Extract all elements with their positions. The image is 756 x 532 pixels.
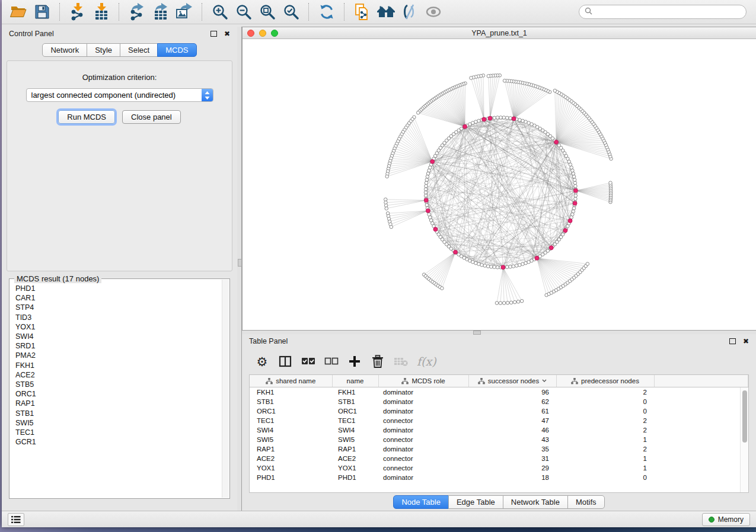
run-mcds-button[interactable]: Run MCDS <box>58 110 115 124</box>
mcds-result-item[interactable]: SWI4 <box>15 332 221 341</box>
table-row[interactable]: YOX1YOX1connector291 <box>250 463 748 473</box>
zoom-selected-icon[interactable] <box>279 2 303 22</box>
function-builder-icon: f(x) <box>417 353 436 370</box>
network-canvas[interactable] <box>243 39 756 330</box>
maximize-window-icon[interactable] <box>271 30 278 37</box>
deselect-all-icon[interactable] <box>324 353 339 370</box>
table-scrollbar-thumb[interactable] <box>742 390 747 443</box>
tab-network-table[interactable]: Network Table <box>503 495 568 509</box>
table-row[interactable]: TEC1TEC1connector472 <box>250 416 748 425</box>
mcds-result-item[interactable]: FKH1 <box>15 361 221 370</box>
table-settings-icon[interactable]: ⚙ <box>255 353 269 370</box>
column-header-successor-nodes[interactable]: successor nodes <box>468 375 556 387</box>
result-scrollbar-track[interactable] <box>222 280 229 498</box>
list-icon <box>11 516 21 523</box>
close-panel-button[interactable]: Close panel <box>122 110 181 124</box>
save-session-icon[interactable] <box>30 2 54 22</box>
memory-button[interactable]: Memory <box>702 513 750 526</box>
column-header-name[interactable]: name <box>332 375 378 387</box>
search-input[interactable] <box>596 7 741 17</box>
tab-node-table[interactable]: Node Table <box>393 495 449 509</box>
node-table: shared namenameMCDS rolesuccessor nodesp… <box>249 374 749 493</box>
float-table-panel-icon[interactable] <box>729 338 736 344</box>
toolbar-separator <box>308 3 310 21</box>
delete-column-icon[interactable] <box>371 353 385 370</box>
column-header-mcds-role[interactable]: MCDS role <box>378 375 468 387</box>
table-row[interactable]: FKH1FKH1dominator962 <box>250 387 748 398</box>
export-network-icon[interactable] <box>125 2 149 22</box>
table-row[interactable]: PHD1PHD1dominator180 <box>250 473 748 482</box>
tab-style[interactable]: Style <box>87 43 120 57</box>
mcds-result-item[interactable]: YOX1 <box>15 322 221 332</box>
export-image-icon[interactable] <box>173 2 196 22</box>
birds-eye-view-icon[interactable] <box>422 2 445 22</box>
control-panel-title: Control Panel <box>9 30 54 38</box>
add-column-icon[interactable] <box>347 353 362 370</box>
import-table-icon[interactable] <box>90 2 113 22</box>
close-window-icon[interactable] <box>247 30 254 37</box>
float-panel-icon[interactable] <box>210 31 217 37</box>
mcds-result-item[interactable]: TID3 <box>15 313 221 322</box>
mcds-result-item[interactable]: PMA2 <box>15 351 221 360</box>
mcds-result-item[interactable]: ORC1 <box>15 389 221 399</box>
tab-network[interactable]: Network <box>42 43 87 57</box>
status-bar: Memory <box>2 511 756 527</box>
criterion-dropdown[interactable]: largest connected component (undirected) <box>26 88 213 102</box>
minimize-window-icon[interactable] <box>259 30 266 37</box>
table-row[interactable]: SWI4SWI4dominator462 <box>250 425 748 435</box>
mcds-result-item[interactable]: GCR1 <box>15 437 221 447</box>
refresh-layout-icon[interactable] <box>315 2 339 22</box>
table-row[interactable]: SWI5SWI5connector431 <box>250 435 748 444</box>
table-row[interactable]: ORC1ORC1dominator610 <box>250 406 748 416</box>
search-box[interactable] <box>579 5 747 19</box>
network-graph <box>243 39 756 330</box>
clone-network-icon[interactable] <box>350 2 374 22</box>
mcds-result-item[interactable]: RAP1 <box>15 399 221 408</box>
mcds-result-list[interactable]: PHD1CAR1STP4TID3YOX1SWI4SRD1PMA2FKH1ACE2… <box>15 284 221 496</box>
close-table-panel-icon[interactable]: ✖ <box>743 338 749 345</box>
automation-panel-button[interactable] <box>8 513 24 526</box>
main-area: Control Panel ✖ NetworkStyleSelectMCDS O… <box>2 24 756 511</box>
mcds-result-item[interactable]: SWI5 <box>15 418 221 428</box>
column-header-shared-name[interactable]: shared name <box>250 375 332 387</box>
toolbar-separator <box>59 3 60 21</box>
mcds-result-item[interactable]: ACE2 <box>15 370 221 380</box>
tab-edge-table[interactable]: Edge Table <box>448 495 503 509</box>
node-table-grid[interactable]: shared namenameMCDS rolesuccessor nodesp… <box>250 375 748 482</box>
mcds-result-item[interactable]: CAR1 <box>15 293 221 303</box>
column-visibility-icon[interactable] <box>278 353 292 370</box>
control-panel-tabs: NetworkStyleSelectMCDS <box>42 43 196 57</box>
mcds-result-item[interactable]: STB5 <box>15 380 221 389</box>
column-header-predecessor-nodes[interactable]: predecessor nodes <box>556 375 654 387</box>
hide-graphics-details-icon[interactable] <box>398 2 422 22</box>
export-table-icon[interactable] <box>149 2 173 22</box>
memory-label: Memory <box>718 515 744 524</box>
import-network-icon[interactable] <box>66 2 90 22</box>
delete-table-icon <box>394 353 408 370</box>
mcds-result-box: MCDS result (17 nodes) PHD1CAR1STP4TID3Y… <box>9 278 230 499</box>
zoom-fit-icon[interactable] <box>256 2 279 22</box>
tab-select[interactable]: Select <box>120 43 158 57</box>
zoom-in-icon[interactable] <box>208 2 232 22</box>
select-all-icon[interactable] <box>301 353 315 370</box>
mcds-result-item[interactable]: TEC1 <box>15 428 221 437</box>
toolbar-separator <box>119 3 120 21</box>
table-row[interactable]: RAP1RAP1dominator352 <box>250 444 748 454</box>
search-icon <box>585 7 592 17</box>
table-row[interactable]: ACE2ACE2connector311 <box>250 454 748 463</box>
close-panel-icon[interactable]: ✖ <box>224 30 230 37</box>
horizontal-splitter[interactable] <box>242 331 756 334</box>
vertical-splitter[interactable] <box>237 27 242 511</box>
mcds-result-title: MCDS result (17 nodes) <box>14 274 101 283</box>
mcds-result-item[interactable]: STP4 <box>15 303 221 312</box>
mcds-result-item[interactable]: SRD1 <box>15 341 221 351</box>
table-row[interactable]: STB1STB1dominator620 <box>250 397 748 406</box>
tab-motifs[interactable]: Motifs <box>567 495 605 509</box>
mcds-result-item[interactable]: STB1 <box>15 409 221 418</box>
network-home-icon[interactable] <box>374 2 398 22</box>
zoom-out-icon[interactable] <box>232 2 256 22</box>
open-file-icon[interactable] <box>7 2 30 22</box>
tab-mcds[interactable]: MCDS <box>157 43 196 57</box>
mcds-result-item[interactable]: PHD1 <box>15 284 221 293</box>
table-scrollbar-track[interactable] <box>740 387 748 492</box>
